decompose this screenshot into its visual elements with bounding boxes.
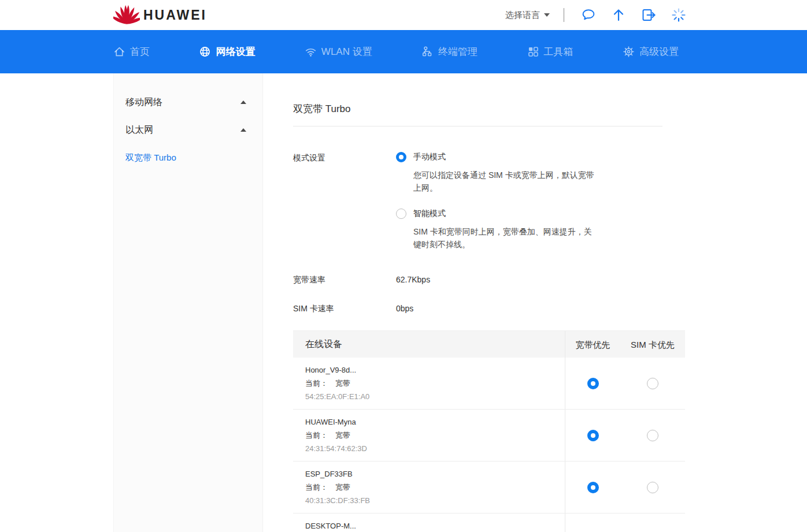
settings-gear-icon [623,46,635,58]
loading-spinner-icon[interactable] [671,7,687,23]
sidebar-group-mobile-network-label: 移动网络 [125,96,162,109]
home-icon [113,46,125,58]
sim-priority-radio[interactable] [647,482,658,493]
tab-network-settings[interactable]: 网络设置 [199,45,255,58]
device-name: ESP_DF33FB [305,470,565,478]
col-header-sim-priority: SIM 卡优先 [628,338,678,351]
broadband-priority-radio[interactable] [587,482,599,493]
tab-wlan-settings-label: WLAN 设置 [321,45,372,58]
page-title: 双宽带 Turbo [293,102,662,127]
globe-icon [199,46,211,58]
sidebar-group-ethernet-label: 以太网 [125,124,153,136]
collapse-arrow-icon [240,101,246,104]
sidebar-group-ethernet[interactable]: 以太网 [125,116,246,144]
col-header-broadband-priority: 宽带优先 [576,338,610,351]
smart-mode-label: 智能模式 [413,209,446,219]
broadband-rate-value: 62.7Kbps [396,275,430,284]
broadband-priority-radio[interactable] [587,378,599,389]
tab-toolbox-label: 工具箱 [544,45,573,58]
mode-option-smart: 智能模式 SIM 卡和宽带同时上网，宽带叠加、网速提升，关键时刻不掉线。 [396,209,597,251]
table-header: 在线设备 宽带优先 SIM 卡优先 [293,330,685,358]
sim-rate-value: 0bps [396,304,413,313]
tab-wlan-settings[interactable]: WLAN 设置 [305,45,372,58]
device-mac: 54:25:EA:0F:E1:A0 [305,392,565,401]
tab-device-management-label: 终端管理 [438,45,477,58]
chat-icon[interactable] [580,7,597,23]
toolbox-icon [527,46,539,58]
smart-mode-radio[interactable] [396,209,406,219]
sidebar-group-mobile-network[interactable]: 移动网络 [125,88,246,116]
sim-priority-radio[interactable] [647,430,658,441]
mode-option-manual: 手动模式 您可以指定设备通过 SIM 卡或宽带上网，默认宽带上网。 [396,152,597,194]
device-mac: 40:31:3C:DF:33:FB [305,496,565,505]
device-name: DESKTOP-M... [305,522,565,530]
smart-mode-option[interactable]: 智能模式 [396,209,597,219]
brand-wordmark: HUAWEI [143,8,207,23]
device-current-label: 当前： [305,431,328,440]
sim-rate-row: SIM 卡速率 0bps [293,303,662,314]
sim-priority-radio[interactable] [647,378,658,389]
smart-mode-description: SIM 卡和宽带同时上网，宽带叠加、网速提升，关键时刻不掉线。 [413,225,597,251]
language-selector[interactable]: 选择语言 [505,10,550,21]
device-current-value: 宽带 [335,431,350,440]
wifi-icon [305,46,317,58]
device-current-label: 当前： [305,483,328,492]
tab-device-management[interactable]: 终端管理 [421,45,477,58]
device-name: Honor_V9-8d... [305,366,565,374]
sidebar: 移动网络 以太网 双宽带 Turbo [113,73,263,532]
manual-mode-option[interactable]: 手动模式 [396,152,597,162]
up-arrow-icon[interactable] [610,7,627,23]
device-mac: 24:31:54:74:62:3D [305,444,565,453]
logout-icon[interactable] [641,7,657,23]
device-current-value: 宽带 [335,379,350,388]
chevron-down-icon [544,13,550,17]
devices-icon [421,46,434,58]
tab-advanced-settings-label: 高级设置 [639,45,679,58]
broadband-rate-row: 宽带速率 62.7Kbps [293,274,662,285]
main-panel: 双宽带 Turbo 模式设置 手动模式 您可以指定设备通过 SIM 卡或宽带上网… [263,73,662,532]
online-devices-table: 在线设备 宽带优先 SIM 卡优先 Honor_V9-8d... 当前：宽带 5… [293,330,685,532]
table-row: DESKTOP-M... 当前：宽带 8C:2D:AA:46:3F:E3 [293,514,685,532]
tab-advanced-settings[interactable]: 高级设置 [623,45,679,58]
col-header-online-devices: 在线设备 [293,331,565,358]
sidebar-item-dual-broadband-turbo[interactable]: 双宽带 Turbo [125,152,246,163]
huawei-flower-icon [113,4,140,26]
table-row: Honor_V9-8d... 当前：宽带 54:25:EA:0F:E1:A0 [293,358,685,410]
tab-home[interactable]: 首页 [113,45,150,58]
device-current-label: 当前： [305,379,328,388]
mode-setting-row: 模式设置 手动模式 您可以指定设备通过 SIM 卡或宽带上网，默认宽带上网。 智… [293,152,662,251]
table-row: HUAWEI-Myna 当前：宽带 24:31:54:74:62:3D [293,410,685,462]
mode-setting-label: 模式设置 [293,152,396,251]
broadband-priority-radio[interactable] [587,430,599,441]
device-name: HUAWEI-Myna [305,418,565,426]
language-label: 选择语言 [505,10,540,21]
tab-network-settings-label: 网络设置 [216,45,255,58]
huawei-logo: HUAWEI [113,4,207,26]
manual-mode-label: 手动模式 [413,152,446,162]
main-nav: 首页 网络设置 WLAN 设置 [0,30,807,73]
header-divider [564,8,564,22]
broadband-rate-label: 宽带速率 [293,274,396,285]
manual-mode-radio[interactable] [396,152,406,162]
tab-home-label: 首页 [130,45,150,58]
device-current-value: 宽带 [335,483,350,492]
top-header: HUAWEI 选择语言 [0,0,807,30]
tab-toolbox[interactable]: 工具箱 [527,45,573,58]
sim-rate-label: SIM 卡速率 [293,303,396,314]
collapse-arrow-icon [240,128,246,132]
table-row: ESP_DF33FB 当前：宽带 40:31:3C:DF:33:FB [293,462,685,514]
manual-mode-description: 您可以指定设备通过 SIM 卡或宽带上网，默认宽带上网。 [413,169,597,194]
